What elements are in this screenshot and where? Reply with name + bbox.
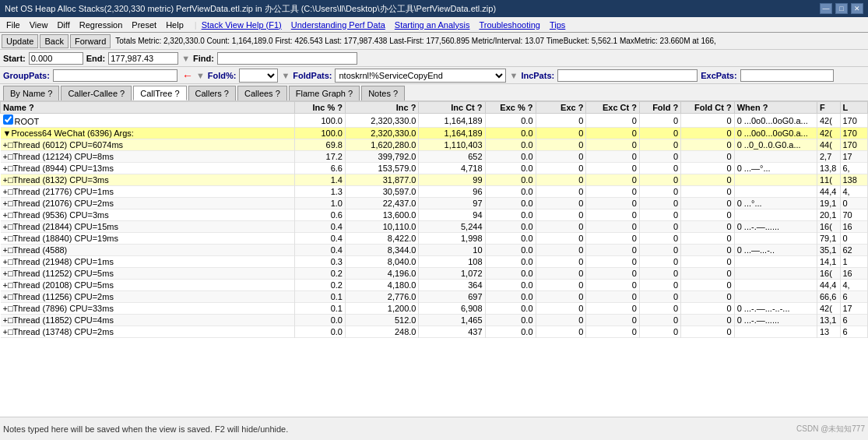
- menu-link-tips[interactable]: Tips: [545, 19, 570, 30]
- tab-byname[interactable]: By Name ?: [3, 86, 59, 100]
- menu-help[interactable]: Help: [161, 19, 188, 30]
- menu-link-analysis[interactable]: Starting an Analysis: [390, 19, 475, 30]
- cell-value: 0: [681, 233, 735, 245]
- cell-value: 17: [840, 303, 868, 315]
- cell-value: 0: [536, 128, 586, 139]
- cell-value: 0: [536, 221, 586, 233]
- update-button[interactable]: Update: [2, 34, 38, 48]
- menu-link-perfdata[interactable]: Understanding Perf Data: [286, 19, 390, 30]
- col-incct[interactable]: Inc Ct ?: [419, 102, 485, 114]
- col-excct[interactable]: Exc Ct ?: [586, 102, 640, 114]
- cell-value: 0: [536, 198, 586, 209]
- row-checkbox[interactable]: [3, 114, 13, 125]
- col-f[interactable]: F: [817, 102, 840, 114]
- col-inc[interactable]: Inc ?: [345, 102, 419, 114]
- cell-value: 0 ...—...-..: [734, 245, 817, 256]
- cell-value: 70: [840, 209, 868, 221]
- cell-value: 99: [419, 174, 485, 186]
- tab-caller-callee[interactable]: Caller-Callee ?: [61, 86, 132, 100]
- menu-file[interactable]: File: [2, 19, 25, 30]
- cell-value: 0: [639, 256, 680, 268]
- cell-value: 0.0: [485, 139, 536, 151]
- cell-value: 0: [639, 209, 680, 221]
- cell-value: 0: [536, 233, 586, 245]
- tab-flamegraph[interactable]: Flame Graph ?: [289, 86, 360, 100]
- cell-value: 22,437.0: [345, 198, 419, 209]
- table-row: +□Thread (8944) CPU=13ms6.6153,579.04,71…: [1, 163, 868, 174]
- menu-preset[interactable]: Preset: [127, 19, 161, 30]
- cell-value: 0: [681, 151, 735, 163]
- col-foldct[interactable]: Fold Ct ?: [681, 102, 735, 114]
- cell-value: 0.0: [485, 315, 536, 326]
- col-l[interactable]: L: [840, 102, 868, 114]
- tab-calltree[interactable]: CallTree ?: [133, 86, 186, 100]
- tab-callers[interactable]: Callers ?: [188, 86, 236, 100]
- cell-value: 0 ...°...: [734, 198, 817, 209]
- menu-regression[interactable]: Regression: [75, 19, 128, 30]
- cell-value: 0: [586, 303, 640, 315]
- foldpct-select[interactable]: [239, 69, 278, 83]
- col-exc[interactable]: Exc ?: [536, 102, 586, 114]
- table-container[interactable]: Name ? Inc % ? Inc ? Inc Ct ? Exc % ? Ex…: [0, 101, 868, 417]
- grouppats-input[interactable]: [53, 69, 177, 82]
- cell-value: 0: [681, 256, 735, 268]
- cell-value: 108: [419, 256, 485, 268]
- cell-value: 0: [586, 128, 640, 139]
- status-bar: Notes typed here will be saved when the …: [0, 417, 868, 440]
- cell-value: 0: [586, 256, 640, 268]
- startend-row: Start: End: ▼ Find:: [0, 50, 868, 67]
- col-incpct[interactable]: Inc % ?: [295, 102, 346, 114]
- cell-value: 0: [639, 233, 680, 245]
- tab-notes[interactable]: Notes ?: [361, 86, 405, 100]
- cell-value: 0: [681, 163, 735, 174]
- cell-value: 0: [639, 245, 680, 256]
- cell-value: 42(: [817, 114, 840, 128]
- cell-value: 0 ...0o0...0oG0.a...: [734, 128, 817, 139]
- table-row: ▼Process64 WeChat (6396) Args:100.02,320…: [1, 128, 868, 139]
- col-excpct[interactable]: Exc % ?: [485, 102, 536, 114]
- excpats-input[interactable]: [740, 69, 834, 82]
- menu-link-troubleshooting[interactable]: Troubleshooting: [474, 19, 544, 30]
- minimize-button[interactable]: —: [820, 3, 832, 14]
- cell-value: 0: [536, 186, 586, 198]
- cell-value: 0: [639, 174, 680, 186]
- forward-button[interactable]: Forward: [70, 34, 111, 48]
- incpats-input[interactable]: [557, 69, 698, 82]
- cell-value: 0: [586, 174, 640, 186]
- cell-value: 0: [639, 221, 680, 233]
- cell-value: 0.4: [295, 221, 346, 233]
- cell-value: 0: [586, 326, 640, 338]
- totals-text: Totals Metric: 2,320,330.0 Count: 1,164,…: [115, 37, 716, 45]
- foldpats-select[interactable]: ntoskrnl!%ServiceCopyEnd: [335, 69, 506, 83]
- tab-callees[interactable]: Callees ?: [237, 86, 287, 100]
- cell-value: 0: [681, 221, 735, 233]
- cell-value: 1: [840, 256, 868, 268]
- back-button[interactable]: Back: [40, 34, 68, 48]
- cell-value: 0.0: [485, 209, 536, 221]
- cell-value: 0: [840, 233, 868, 245]
- cell-value: 14,1: [817, 256, 840, 268]
- table-row: +□Thread (21948) CPU=1ms0.38,040.01080.0…: [1, 256, 868, 268]
- menu-link-stackview[interactable]: Stack View Help (F1): [197, 19, 286, 30]
- table-row: +□Thread (21844) CPU=15ms0.410,110.05,24…: [1, 221, 868, 233]
- cell-value: 16: [840, 221, 868, 233]
- col-name[interactable]: Name ?: [1, 102, 295, 114]
- table-row: +□Thread (20108) CPU=5ms0.24,180.03640.0…: [1, 280, 868, 291]
- col-when[interactable]: When ?: [734, 102, 817, 114]
- cell-value: 0.0: [485, 186, 536, 198]
- cell-value: 1,998: [419, 233, 485, 245]
- find-input[interactable]: [217, 52, 357, 65]
- table-row: +□Thread (11852) CPU=4ms0.0512.01,4650.0…: [1, 315, 868, 326]
- cell-value: 13,1: [817, 315, 840, 326]
- cell-value: 8,344.0: [345, 245, 419, 256]
- menu-view[interactable]: View: [25, 19, 53, 30]
- col-fold[interactable]: Fold ?: [639, 102, 680, 114]
- start-input[interactable]: [29, 52, 83, 65]
- cell-value: 5,244: [419, 221, 485, 233]
- menu-diff[interactable]: Diff: [52, 19, 74, 30]
- cell-value: 8,422.0: [345, 233, 419, 245]
- end-input[interactable]: [108, 52, 178, 65]
- maximize-button[interactable]: □: [835, 3, 848, 14]
- close-button[interactable]: ✕: [851, 3, 863, 14]
- cell-value: 17.2: [295, 151, 346, 163]
